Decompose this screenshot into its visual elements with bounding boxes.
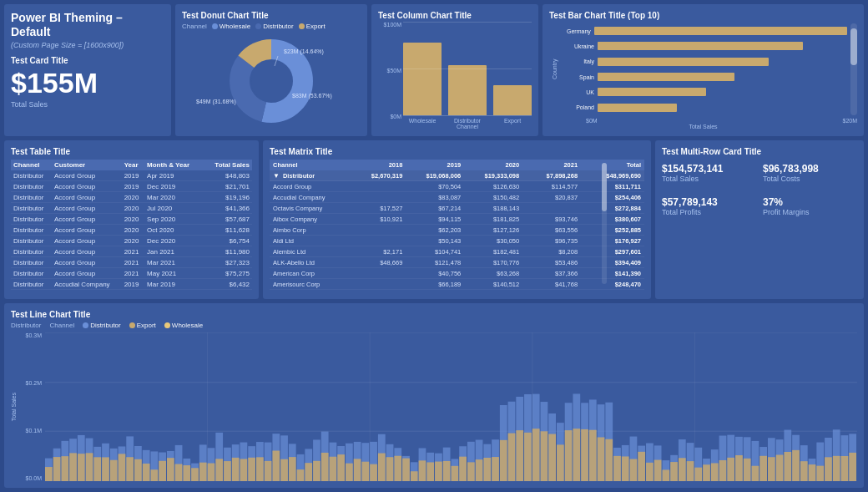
h-label-italy: Italy	[563, 58, 594, 64]
app-title: Power BI Theming – Default	[11, 11, 164, 39]
svg-rect-164	[670, 462, 678, 481]
export-dot	[299, 23, 305, 29]
scrollbar-thumb[interactable]	[850, 28, 857, 65]
export-annotation: $23M (14.64%)	[284, 48, 324, 55]
scrollbar-track[interactable]	[850, 23, 857, 115]
y-axis: $100M $50M $0M	[378, 22, 401, 129]
matrix-row: ▼Distributor$2,670,319$19,068,006$19,333…	[270, 170, 644, 181]
channel-text: Channel	[182, 23, 207, 30]
m-col-2018: 2018	[352, 160, 406, 170]
svg-rect-24	[102, 457, 109, 481]
h-bar-uk-fill	[598, 88, 706, 96]
matrix-wrapper: Channel 2018 2019 2020 2021 Total ▼Distr…	[270, 160, 644, 292]
total-costs-label: Total Costs	[763, 175, 857, 183]
h-bars-container: Germany Ukraine Italy Spain	[563, 23, 847, 115]
total-sales-item-label: Total Sales	[662, 175, 756, 183]
h-bar-italy: Italy	[563, 58, 847, 66]
multi-row-card: Test Multi-Row Card Title $154,573,141 T…	[655, 140, 864, 299]
svg-rect-140	[573, 429, 580, 481]
svg-rect-174	[711, 463, 719, 481]
matrix-card: Test Matrix Title Channel 2018 2019 2020…	[263, 140, 651, 299]
column-chart-title: Test Column Chart Title	[378, 11, 532, 20]
table-row: DistributorAccord Group2019Dec 2019$21,7…	[11, 181, 252, 192]
table-row: DistributorAccord Group2020Jul 2020$41,3…	[11, 203, 252, 214]
x-axis-bottom: $0M $20M	[549, 118, 857, 124]
svg-rect-122	[500, 440, 507, 481]
svg-rect-108	[443, 461, 451, 481]
bars-container	[403, 22, 532, 116]
total-costs-value: $96,783,998	[763, 163, 857, 175]
header-panel: Power BI Theming – Default (Custom Page …	[4, 4, 171, 136]
svg-rect-194	[792, 450, 800, 481]
line-chart-svg	[45, 332, 857, 481]
svg-rect-178	[727, 458, 734, 481]
h-bar-ukraine-fill	[598, 42, 803, 50]
x-axis-title: Channel	[403, 124, 532, 129]
h-label-uk: UK	[563, 89, 594, 95]
card-title-label: Test Card Title	[11, 56, 164, 65]
svg-rect-60	[248, 458, 255, 481]
svg-rect-44	[183, 465, 190, 481]
col-customer: Customer	[52, 160, 122, 170]
donut-legend: Channel Wholesale Distributor Export	[182, 23, 361, 30]
app: Power BI Theming – Default (Custom Page …	[0, 0, 868, 492]
dist-label: Distributor	[90, 322, 120, 329]
svg-rect-52	[215, 459, 223, 481]
svg-rect-158	[646, 463, 654, 481]
col-wholesale-bar	[403, 43, 442, 115]
svg-rect-142	[581, 429, 588, 481]
h-bar-ukraine: Ukraine	[563, 42, 847, 50]
matrix-row: ALK-Abello Ltd$48,669$121,478$170,776$53…	[270, 257, 644, 268]
donut-title: Test Donut Chart Title	[182, 11, 361, 20]
matrix-row: Accudial Company$83,087$150,482$20,837$2…	[270, 192, 644, 203]
svg-rect-78	[321, 453, 329, 481]
multi-item-total-sales: $154,573,141 Total Sales	[662, 163, 756, 183]
svg-rect-86	[354, 459, 361, 481]
line-chart-card: Test Line Chart Title Distributor Channe…	[4, 303, 864, 488]
column-chart-card: Test Column Chart Title $100M $50M $0M	[371, 4, 538, 136]
export-line-dot	[129, 322, 135, 328]
svg-rect-208	[849, 453, 856, 481]
x-jul2019: Jul 2019	[246, 486, 271, 488]
col-sales: Total Sales	[199, 160, 252, 170]
total-profits-label: Total Profits	[662, 208, 756, 216]
svg-rect-116	[476, 459, 483, 481]
svg-rect-16	[69, 453, 77, 481]
x-axis-title-bar: Total Sales	[549, 124, 857, 129]
svg-rect-94	[386, 457, 394, 481]
svg-rect-100	[411, 471, 418, 481]
matrix-row: Octavis Company$17,527$67,214$188,143$27…	[270, 203, 644, 214]
svg-rect-138	[565, 430, 573, 481]
distributor-line-dot	[83, 322, 88, 328]
svg-rect-30	[126, 457, 134, 481]
distributor-text: Distributor	[263, 23, 293, 30]
col-export-bar	[493, 85, 532, 115]
svg-rect-14	[61, 456, 68, 481]
svg-rect-28	[119, 454, 126, 481]
line-chart-legend: Distributor Channel Distributor Export W…	[11, 322, 857, 329]
donut-card: Test Donut Chart Title Channel Wholesale…	[175, 4, 367, 136]
m-col-channel: Channel	[270, 160, 352, 170]
svg-rect-202	[825, 457, 832, 481]
svg-rect-48	[199, 463, 207, 481]
total-sales-label: Total Sales	[11, 100, 164, 109]
line-chart-title: Test Line Chart Title	[11, 310, 857, 319]
table-total-row: Total$154,573,141	[11, 290, 252, 293]
svg-rect-20	[86, 453, 93, 481]
svg-rect-12	[53, 457, 61, 481]
svg-rect-96	[394, 456, 401, 481]
legend-export-item: Export	[299, 23, 326, 30]
svg-rect-190	[776, 455, 784, 481]
wholesale-line-dot	[164, 322, 170, 328]
svg-rect-168	[687, 461, 694, 481]
svg-rect-84	[346, 464, 353, 481]
h-bar-germany: Germany	[563, 27, 847, 35]
table-row: DistributorAccord Group2019Apr 2019$48,8…	[11, 170, 252, 181]
svg-rect-98	[402, 459, 410, 481]
matrix-row: American Corp$40,756$63,268$37,366$141,3…	[270, 268, 644, 279]
h-label-poland: Poland	[563, 104, 594, 110]
svg-rect-126	[516, 430, 523, 481]
svg-rect-136	[557, 444, 564, 481]
svg-rect-10	[45, 467, 53, 481]
h-bar-poland-fill	[598, 104, 677, 112]
